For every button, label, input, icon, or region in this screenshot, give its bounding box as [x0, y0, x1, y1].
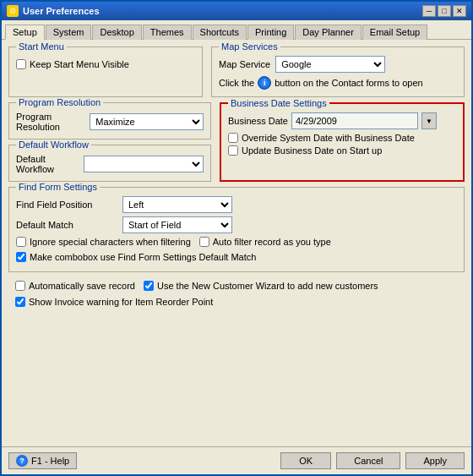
main-window: ⚙ User Preferences ─ □ ✕ Setup System De…	[0, 0, 473, 476]
default-workflow-label: Default Workflow	[16, 154, 79, 174]
ignore-special-checkbox[interactable]	[16, 237, 26, 247]
tab-themes[interactable]: Themes	[143, 25, 192, 40]
program-resolution-select[interactable]: Maximize Normal Minimized	[90, 113, 204, 130]
bottom-checkboxes: Automatically save record Use the New Cu…	[8, 277, 465, 313]
default-workflow-title: Default Workflow	[16, 140, 91, 150]
footer: ? F1 - Help OK Cancel Apply	[2, 446, 471, 474]
start-menu-title: Start Menu	[16, 41, 67, 52]
middle-row: Program Resolution Program Resolution Ma…	[8, 102, 465, 182]
apply-button[interactable]: Apply	[405, 452, 465, 469]
business-date-label: Business Date	[228, 116, 288, 126]
map-service-select[interactable]: Google MapQuest Yahoo	[275, 56, 385, 73]
default-workflow-select[interactable]	[84, 156, 204, 172]
click-info-text: Click the	[219, 78, 254, 88]
tab-desktop[interactable]: Desktop	[92, 25, 141, 40]
window-title: User Preferences	[23, 6, 100, 16]
title-buttons: ─ □ ✕	[422, 5, 466, 17]
tab-system[interactable]: System	[46, 25, 92, 40]
override-date-checkbox[interactable]	[228, 133, 238, 143]
ignore-special-label: Ignore special characters when filtering	[30, 237, 191, 247]
keep-start-menu-checkbox[interactable]	[16, 59, 26, 69]
show-invoice-label: Show Invoice warning for Item Reorder Po…	[29, 297, 213, 307]
help-label: F1 - Help	[31, 456, 69, 466]
default-match-label: Default Match	[16, 220, 117, 230]
business-date-group: Business Date Settings Business Date ▼ O…	[220, 102, 465, 182]
default-workflow-group: Default Workflow Default Workflow	[8, 145, 211, 182]
tab-setup[interactable]: Setup	[5, 25, 45, 40]
left-column: Program Resolution Program Resolution Ma…	[8, 102, 211, 182]
window-icon: ⚙	[7, 5, 19, 17]
ok-button[interactable]: OK	[280, 452, 331, 469]
auto-save-checkbox[interactable]	[15, 281, 25, 291]
button-suffix-text: button on the Contact forms to open	[275, 78, 423, 88]
info-button[interactable]: i	[258, 76, 271, 90]
field-position-label: Find Field Position	[16, 200, 117, 210]
tab-shortcuts[interactable]: Shortcuts	[193, 25, 247, 40]
make-combo-label: Make combobox use Find Form Settings Def…	[30, 252, 256, 262]
business-date-title: Business Date Settings	[228, 98, 329, 108]
minimize-button[interactable]: ─	[422, 5, 436, 17]
content-area: Start Menu Keep Start Menu Visible Map S…	[2, 40, 471, 446]
find-form-title: Find Form Settings	[16, 182, 100, 192]
program-resolution-group: Program Resolution Program Resolution Ma…	[8, 102, 211, 140]
tab-email-setup[interactable]: Email Setup	[362, 25, 427, 40]
prog-res-label: Program Resolution	[16, 112, 84, 132]
map-services-group: Map Services Map Service Google MapQuest…	[211, 47, 465, 97]
help-button[interactable]: ? F1 - Help	[8, 452, 77, 469]
maximize-button[interactable]: □	[438, 5, 451, 17]
help-icon: ?	[16, 455, 28, 467]
keep-start-menu-label: Keep Start Menu Visible	[30, 59, 129, 69]
close-button[interactable]: ✕	[453, 5, 466, 17]
tabs-bar: Setup System Desktop Themes Shortcuts Pr…	[2, 20, 471, 40]
start-menu-group: Start Menu Keep Start Menu Visible	[8, 47, 203, 97]
make-combo-checkbox[interactable]	[16, 252, 26, 262]
default-match-select[interactable]: Start of Field Any Part	[122, 216, 232, 233]
update-date-label: Update Business Date on Start up	[242, 145, 382, 156]
tab-day-planner[interactable]: Day Planner	[295, 25, 362, 40]
auto-filter-checkbox[interactable]	[199, 237, 209, 247]
auto-save-label: Automatically save record	[29, 281, 135, 291]
find-form-group: Find Form Settings Find Field Position L…	[8, 187, 465, 272]
new-customer-checkbox[interactable]	[144, 281, 154, 291]
date-dropdown-button[interactable]: ▼	[421, 112, 437, 129]
map-services-title: Map Services	[219, 41, 280, 52]
program-resolution-title: Program Resolution	[16, 97, 103, 107]
show-invoice-checkbox[interactable]	[15, 297, 25, 307]
map-service-label: Map Service	[219, 59, 270, 69]
business-date-input[interactable]	[291, 112, 418, 129]
title-bar: ⚙ User Preferences ─ □ ✕	[2, 2, 471, 20]
update-date-checkbox[interactable]	[228, 145, 238, 156]
top-row: Start Menu Keep Start Menu Visible Map S…	[8, 47, 465, 97]
field-position-select[interactable]: Left Right	[122, 196, 232, 213]
override-date-label: Override System Date with Business Date	[242, 133, 415, 143]
cancel-button[interactable]: Cancel	[336, 452, 400, 469]
tab-printing[interactable]: Printing	[247, 25, 294, 40]
new-customer-label: Use the New Customer Wizard to add new c…	[157, 281, 378, 291]
auto-filter-label: Auto filter record as you type	[213, 237, 331, 247]
